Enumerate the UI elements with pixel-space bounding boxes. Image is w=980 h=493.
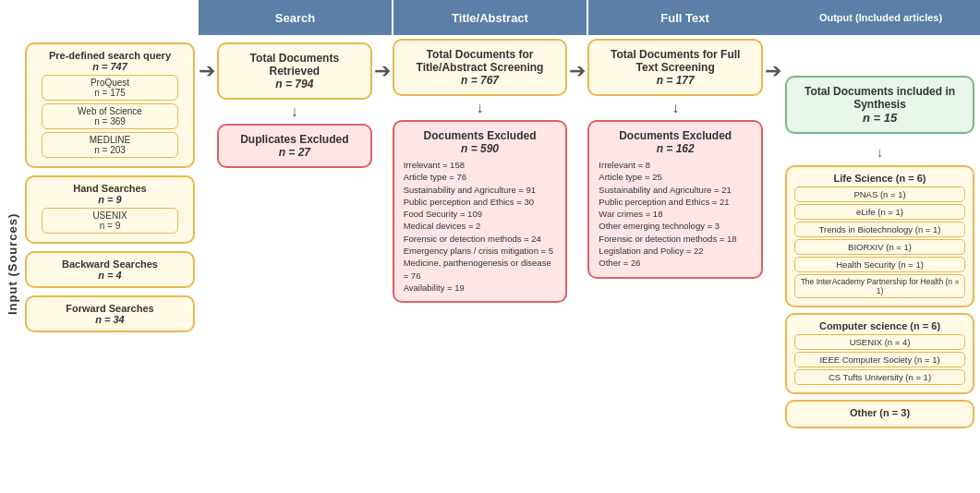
usenix-subsource: USENIX n = 9 [42, 208, 178, 234]
arrow-down-search: ↓ [291, 104, 298, 119]
journal-health-security: Health Security (n = 1) [794, 257, 965, 272]
backward-searches-group: Backward Searches n = 4 [25, 251, 195, 288]
title-abstract-header: Title/Abstract [393, 0, 588, 35]
predefined-title: Pre-defined search query [34, 50, 186, 61]
title-abstract-column: Total Documents for Title/Abstract Scree… [391, 35, 570, 493]
ft-total-count: n = 177 [599, 74, 752, 87]
proquest-subsource: ProQuest n = 175 [42, 75, 178, 101]
input-label: Input (Sources) [4, 42, 21, 486]
output-total-title: Total Documents included in Synthesis [794, 85, 965, 111]
diagram-container: Search Title/Abstract Full Text Output (… [0, 0, 980, 493]
predefined-count: n = 747 [34, 61, 186, 72]
journal-pnas: PNAS (n = 1) [794, 186, 965, 202]
journal-usenix: USENIX (n = 4) [794, 334, 965, 350]
header-spacer-left [0, 0, 199, 35]
other-section: Other (n = 3) [785, 400, 974, 428]
output-panel: Total Documents included in Synthesis n … [781, 35, 980, 493]
arrow-search-to-ta: ➔ [374, 35, 391, 493]
journal-biorxiv: BIORXIV (n = 1) [794, 239, 965, 255]
computer-science-section: Computer science (n = 6) USENIX (n = 4) … [785, 313, 974, 394]
medline-subsource: MEDLINE n = 203 [42, 132, 178, 158]
ta-excluded-details: Irrelevant = 158 Article type = 76 Susta… [404, 159, 557, 294]
arrow-down-output: ↓ [785, 145, 974, 160]
sources-column: Pre-defined search query n = 747 ProQues… [25, 42, 195, 486]
total-docs-box: Total Documents Retrieved n = 794 [217, 42, 372, 100]
ft-total-title: Total Documents for Full Text Screening [599, 48, 752, 74]
other-title: Other (n = 3) [794, 407, 965, 418]
journal-ieee: IEEE Computer Society (n = 1) [794, 352, 965, 367]
search-col-wrapper: ➔ Total Documents Retrieved n = 794 ↓ Du… [199, 35, 374, 493]
arrow-down-ta: ↓ [477, 101, 484, 115]
arrow-down-ft: ↓ [671, 101, 679, 115]
ft-excluded-title: Documents Excluded [599, 129, 752, 142]
forward-count: n = 34 [34, 314, 186, 325]
arrow-sources-to-search: ➔ [199, 39, 215, 83]
backward-count: n = 4 [34, 270, 186, 281]
journal-trends-biotech: Trends in Biotechnology (n = 1) [794, 222, 965, 237]
total-docs-count: n = 794 [228, 78, 361, 90]
predefined-source-group: Pre-defined search query n = 747 ProQues… [25, 42, 195, 168]
duplicates-box: Duplicates Excluded n = 27 [217, 124, 372, 168]
body-row: Input (Sources) Pre-defined search query… [0, 35, 980, 493]
ta-excluded-box: Documents Excluded n = 590 Irrelevant = … [393, 120, 568, 303]
hand-searches-group: Hand Searches n = 9 USENIX n = 9 [25, 175, 195, 244]
search-column: Total Documents Retrieved n = 794 ↓ Dupl… [215, 39, 374, 172]
life-science-title: Life Science (n = 6) [794, 173, 965, 184]
ft-excluded-details: Irrelevant = 8 Article type = 25 Sustain… [599, 159, 752, 270]
life-science-section: Life Science (n = 6) PNAS (n = 1) eLife … [785, 165, 974, 307]
duplicates-title: Duplicates Excluded [228, 133, 361, 146]
output-total-count: n = 15 [794, 111, 965, 125]
computer-science-title: Computer science (n = 6) [794, 320, 965, 331]
journal-elife: eLife (n = 1) [794, 204, 965, 220]
duplicates-count: n = 27 [228, 146, 361, 159]
wos-subsource: Web of Science n = 369 [42, 103, 178, 129]
journal-cs-tufts: CS Tufts University (n = 1) [794, 369, 965, 385]
ft-excluded-box: Documents Excluded n = 162 Irrelevant = … [587, 120, 763, 279]
full-text-header: Full Text [588, 0, 781, 35]
output-header: Output (Included articles) [781, 0, 980, 35]
arrow-ft-to-output: ➔ [765, 35, 781, 493]
input-panel: Input (Sources) Pre-defined search query… [0, 35, 199, 493]
hand-count: n = 9 [34, 194, 186, 205]
hand-title: Hand Searches [34, 183, 186, 194]
ta-total-box: Total Documents for Title/Abstract Scree… [393, 39, 568, 96]
arrow-ta-to-ft: ➔ [569, 35, 586, 493]
total-docs-title: Total Documents Retrieved [228, 52, 361, 78]
full-text-column: Total Documents for Full Text Screening … [586, 35, 765, 493]
ta-excluded-title: Documents Excluded [404, 129, 557, 142]
ta-excluded-count: n = 590 [404, 142, 557, 155]
backward-title: Backward Searches [34, 259, 186, 270]
journal-interacademy: The InterAcademy Partnership for Health … [794, 274, 965, 298]
forward-searches-group: Forward Searches n = 34 [25, 295, 195, 332]
ft-total-box: Total Documents for Full Text Screening … [587, 39, 763, 96]
ft-excluded-count: n = 162 [599, 142, 752, 155]
ta-total-count: n = 767 [404, 74, 557, 87]
forward-title: Forward Searches [34, 303, 186, 314]
search-header: Search [199, 0, 393, 35]
output-total-box: Total Documents included in Synthesis n … [785, 76, 974, 134]
ta-total-title: Total Documents for Title/Abstract Scree… [404, 48, 557, 74]
header-row: Search Title/Abstract Full Text Output (… [0, 0, 980, 35]
